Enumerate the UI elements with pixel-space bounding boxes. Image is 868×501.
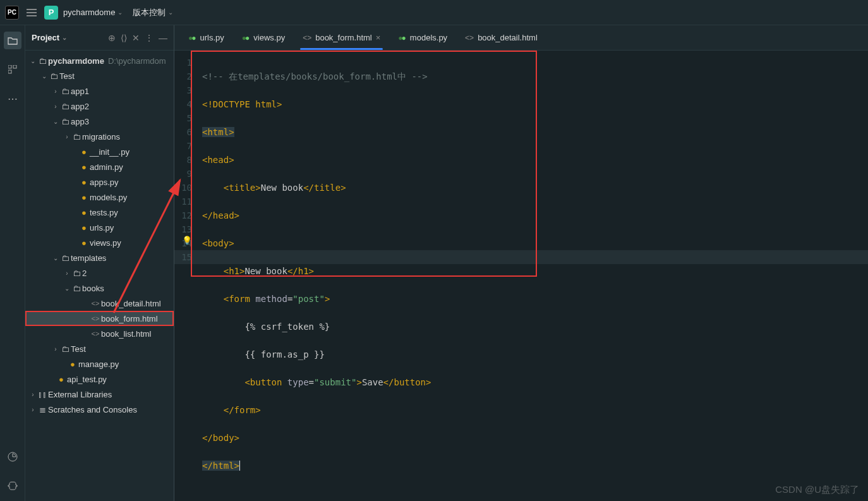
tree-file-models[interactable]: ●models.py bbox=[25, 190, 174, 205]
python-file-icon: ● bbox=[67, 359, 78, 369]
more-options-icon[interactable]: ⋮ bbox=[145, 33, 154, 43]
project-name-dropdown[interactable]: pycharmdome ⌄ bbox=[63, 8, 123, 17]
code-line: <title>New book</title> bbox=[202, 181, 868, 195]
python-console-icon[interactable] bbox=[4, 477, 21, 495]
tab-book-form[interactable]: <>book_form.html× bbox=[294, 25, 389, 50]
project-name-label: pycharmdome bbox=[63, 8, 115, 17]
hide-icon[interactable]: — bbox=[159, 33, 167, 43]
tree-root[interactable]: ⌄ 🗀 pycharmdome D:\pycharmdom bbox=[25, 53, 174, 68]
close-icon[interactable]: × bbox=[376, 33, 381, 42]
tree-label: views.py bbox=[90, 238, 121, 248]
folder-icon: 🗀 bbox=[71, 132, 82, 142]
tree-label: books bbox=[82, 284, 104, 293]
main-menu-icon[interactable] bbox=[24, 5, 39, 20]
line-num: 5 bbox=[174, 111, 192, 125]
code-line: </form> bbox=[202, 403, 868, 417]
folder-icon: 🗀 bbox=[59, 344, 71, 354]
chevron-down-icon: ⌄ bbox=[62, 34, 67, 41]
folder-icon: 🗀 bbox=[71, 269, 82, 278]
code-line: <!DOCTYPE html> bbox=[202, 97, 868, 111]
tree-file-views[interactable]: ●views.py bbox=[25, 235, 174, 250]
tab-models[interactable]: ●models.py bbox=[389, 25, 456, 50]
tree-label: Test bbox=[59, 71, 75, 81]
collapse-all-icon[interactable]: ⟨⟩ bbox=[121, 33, 127, 43]
project-tool-icon[interactable] bbox=[4, 32, 21, 49]
python-file-icon: ● bbox=[78, 238, 90, 248]
tree-file-book-detail[interactable]: <>book_detail.html bbox=[25, 296, 174, 311]
more-tool-icon[interactable]: ⋯ bbox=[4, 90, 21, 107]
line-num: 2 bbox=[174, 69, 192, 83]
vcs-label: 版本控制 bbox=[133, 7, 166, 18]
scroll-from-source-icon[interactable]: ⊕ bbox=[108, 33, 116, 43]
library-icon: ⫿⫿ bbox=[37, 390, 48, 399]
tree-label: book_form.html bbox=[101, 314, 158, 323]
tree-folder-templates[interactable]: ⌄🗀templates bbox=[25, 250, 174, 265]
project-tool-title[interactable]: Project ⌄ bbox=[32, 33, 67, 42]
tree-label: Test bbox=[71, 344, 86, 354]
html-file-icon: <> bbox=[90, 299, 101, 307]
line-num: 7 bbox=[174, 139, 192, 153]
structure-tool-icon[interactable] bbox=[4, 61, 21, 78]
line-num: 15 bbox=[174, 250, 192, 264]
tree-folder-test[interactable]: ⌄🗀Test bbox=[25, 68, 174, 83]
tree-scratches[interactable]: ›≣Scratches and Consoles bbox=[25, 402, 174, 417]
tree-file-tests[interactable]: ●tests.py bbox=[25, 205, 174, 220]
line-num: 4 bbox=[174, 97, 192, 111]
svg-rect-0 bbox=[8, 65, 11, 68]
chevron-right-icon: › bbox=[29, 391, 37, 398]
chevron-down-icon: ⌄ bbox=[63, 285, 71, 292]
project-tree: ⌄ 🗀 pycharmdome D:\pycharmdom ⌄🗀Test ›🗀a… bbox=[25, 51, 174, 420]
python-file-icon: ● bbox=[398, 33, 406, 42]
tab-views[interactable]: ●views.py bbox=[233, 25, 294, 50]
intention-bulb-icon[interactable]: 💡 bbox=[182, 236, 192, 245]
tree-label: models.py bbox=[90, 193, 127, 202]
project-sidebar-header: Project ⌄ ⊕ ⟨⟩ ✕ ⋮ — bbox=[25, 25, 174, 51]
tree-folder-test2[interactable]: ›🗀Test bbox=[25, 341, 174, 356]
tree-file-apps[interactable]: ●apps.py bbox=[25, 174, 174, 190]
tab-book-detail[interactable]: <>book_detail.html bbox=[456, 25, 546, 50]
svg-rect-2 bbox=[8, 70, 11, 73]
tree-label: admin.py bbox=[90, 162, 123, 172]
project-initial-badge: P bbox=[44, 6, 58, 20]
editor-area: ●urls.py ●views.py <>book_form.html× ●mo… bbox=[174, 25, 868, 501]
folder-icon: 🗀 bbox=[59, 87, 71, 96]
project-tool-label: Project bbox=[32, 33, 59, 42]
python-file-icon: ● bbox=[188, 33, 196, 42]
tree-label: Scratches and Consoles bbox=[48, 405, 137, 414]
code-editor[interactable]: 1 2 3 4 5 6 7 8 9 10 11 12 13 14 15 💡 <!… bbox=[174, 51, 868, 501]
code-line: <!-- 在templates/books/book_form.html中 --… bbox=[202, 69, 868, 83]
folder-icon: 🗀 bbox=[59, 102, 71, 111]
watermark: CSDN @U盘失踪了 bbox=[775, 484, 859, 496]
tree-folder-app3[interactable]: ⌄🗀app3 bbox=[25, 114, 174, 129]
tree-folder-app1[interactable]: ›🗀app1 bbox=[25, 83, 174, 99]
line-num: 6 bbox=[174, 125, 192, 139]
python-file-icon: ● bbox=[78, 208, 90, 217]
folder-icon: 🗀 bbox=[48, 71, 59, 81]
tab-label: models.py bbox=[410, 33, 447, 42]
tree-file-book-form[interactable]: <>book_form.html bbox=[25, 311, 174, 326]
python-packages-icon[interactable] bbox=[4, 448, 21, 466]
folder-icon: 🗀 bbox=[59, 117, 71, 126]
tab-urls[interactable]: ●urls.py bbox=[179, 25, 233, 50]
tree-folder-app2[interactable]: ›🗀app2 bbox=[25, 99, 174, 114]
tree-file-book-list[interactable]: <>book_list.html bbox=[25, 326, 174, 341]
tree-file-manage[interactable]: ●manage.py bbox=[25, 356, 174, 371]
vcs-dropdown[interactable]: 版本控制 ⌄ bbox=[133, 7, 173, 18]
tree-file-apitest[interactable]: ●api_test.py bbox=[25, 371, 174, 387]
code-line: {{ form.as_p }} bbox=[202, 347, 868, 361]
tree-file-admin[interactable]: ●admin.py bbox=[25, 159, 174, 174]
python-file-icon: ● bbox=[78, 193, 90, 202]
close-sidebar-icon[interactable]: ✕ bbox=[132, 33, 140, 43]
tree-folder-books[interactable]: ⌄🗀books bbox=[25, 281, 174, 296]
tree-folder-migrations[interactable]: ›🗀migrations bbox=[25, 129, 174, 144]
line-num: 8 bbox=[174, 153, 192, 167]
tree-external-libraries[interactable]: ›⫿⫿External Libraries bbox=[25, 387, 174, 402]
code-line: <h1>New book</h1> bbox=[202, 264, 868, 278]
line-num: 10 bbox=[174, 181, 192, 195]
tree-label: 2 bbox=[82, 269, 87, 278]
tree-file-init[interactable]: ●__init__.py bbox=[25, 144, 174, 159]
tree-label: book_list.html bbox=[101, 329, 151, 339]
tree-folder-2[interactable]: ›🗀2 bbox=[25, 265, 174, 281]
folder-icon: 🗀 bbox=[59, 253, 71, 263]
tree-file-urls[interactable]: ●urls.py bbox=[25, 220, 174, 235]
